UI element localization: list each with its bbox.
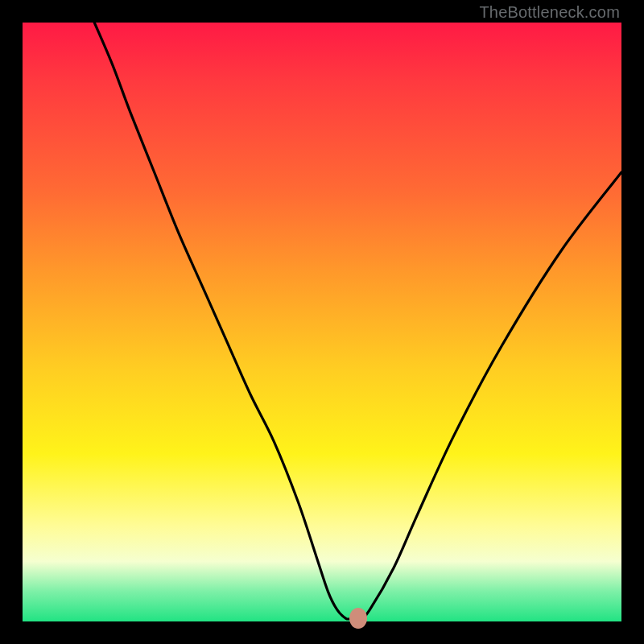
chart-frame: TheBottleneck.com <box>0 0 644 644</box>
plot-area <box>23 23 621 621</box>
optimum-marker-dot <box>349 608 367 629</box>
bottleneck-curve <box>23 23 621 621</box>
watermark-text: TheBottleneck.com <box>479 3 620 22</box>
